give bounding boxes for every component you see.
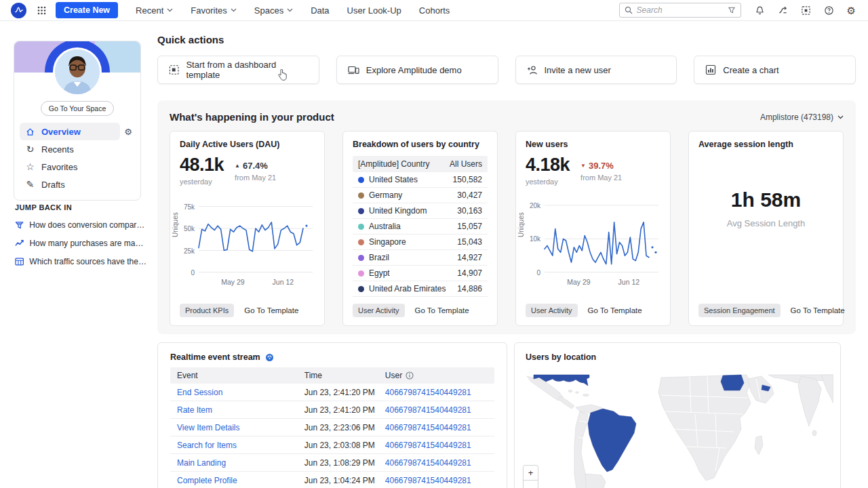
country-row[interactable]: United Kingdom 30,163 bbox=[353, 203, 488, 219]
quick-action-dashboard-template[interactable]: Start from a dashboard template bbox=[157, 56, 319, 84]
event-user-link[interactable]: 4066798741540449281 bbox=[385, 388, 488, 397]
search-icon bbox=[625, 6, 633, 14]
jump-back-item-label: How does conversion compare b... bbox=[29, 220, 148, 230]
sidebar-item-recents[interactable]: ↻ Recents bbox=[20, 140, 135, 158]
sidebar-item-label: Overview bbox=[41, 127, 81, 137]
event-stream-table: Event Time User End Session Jun 23, 2:41… bbox=[170, 367, 494, 488]
event-user-link[interactable]: 4066798741540449281 bbox=[385, 476, 488, 485]
event-user-link[interactable]: 4066798741540449281 bbox=[385, 423, 488, 432]
jump-back-item-conversion[interactable]: How does conversion compare b... bbox=[15, 220, 148, 230]
amplitude-logo[interactable] bbox=[11, 3, 26, 18]
event-time: Jun 23, 2:03:08 PM bbox=[304, 441, 385, 450]
chevron-down-icon bbox=[231, 8, 237, 12]
notifications-bell-icon[interactable] bbox=[755, 5, 765, 16]
quick-actions-row: Start from a dashboard template Explore … bbox=[157, 56, 856, 84]
event-link[interactable]: Main Landing bbox=[177, 458, 304, 468]
country-row[interactable]: Singapore 15,043 bbox=[353, 235, 488, 250]
templates-dashed-square-icon[interactable] bbox=[801, 5, 811, 16]
sidebar-item-drafts[interactable]: ✎ Drafts bbox=[20, 176, 135, 193]
bar-chart-icon bbox=[705, 64, 716, 75]
country-row[interactable]: Germany 30,427 bbox=[353, 188, 488, 203]
quick-action-invite-user[interactable]: Invite a new user bbox=[515, 56, 677, 84]
new-users-line-chart bbox=[545, 202, 658, 272]
map-zoom-control: + bbox=[523, 465, 538, 488]
project-selector-label: Amplistore (473198) bbox=[760, 113, 833, 122]
jump-back-in-title: JUMP BACK IN bbox=[15, 203, 148, 211]
event-user-link[interactable]: 4066798741540449281 bbox=[385, 458, 488, 468]
dau-change: ▲ 67.4% bbox=[235, 161, 276, 171]
quick-action-explore-demo[interactable]: Explore Amplitude demo bbox=[336, 56, 498, 84]
country-color-dot bbox=[358, 208, 364, 214]
session-caption: Avg Session Length bbox=[689, 218, 843, 228]
event-link[interactable]: View Item Details bbox=[177, 423, 304, 432]
event-stream-card: Realtime event stream Event Time User En… bbox=[157, 342, 507, 488]
create-new-button[interactable]: Create New bbox=[56, 2, 118, 18]
event-link[interactable]: Search for Items bbox=[177, 441, 304, 450]
dau-period: yesterday bbox=[180, 178, 224, 186]
project-selector[interactable]: Amplistore (473198) bbox=[760, 113, 844, 122]
quick-action-label: Create a chart bbox=[723, 65, 778, 75]
chevron-down-icon bbox=[837, 115, 844, 119]
avatar[interactable] bbox=[53, 47, 102, 96]
country-color-dot bbox=[358, 239, 364, 245]
country-color-dot bbox=[358, 255, 364, 261]
up-arrow-icon: ▲ bbox=[235, 163, 240, 169]
country-row[interactable]: Egypt 14,907 bbox=[353, 266, 488, 281]
help-icon[interactable] bbox=[824, 5, 834, 16]
country-go-to-template-link[interactable]: Go To Template bbox=[415, 306, 469, 314]
country-row[interactable]: United Arab Emirates 14,886 bbox=[353, 281, 488, 297]
map-zoom-out-button[interactable] bbox=[524, 481, 538, 488]
info-icon[interactable] bbox=[406, 371, 414, 380]
nav-item-recent[interactable]: Recent bbox=[136, 5, 173, 16]
nav-item-spaces-label: Spaces bbox=[254, 5, 283, 16]
country-row[interactable]: Australia 15,057 bbox=[353, 219, 488, 235]
settings-gear-icon[interactable]: ⚙ bbox=[847, 5, 856, 16]
dau-badge[interactable]: Product KPIs bbox=[180, 304, 234, 317]
nav-item-spaces[interactable]: Spaces bbox=[254, 5, 293, 16]
session-badge[interactable]: Session Engagement bbox=[698, 304, 781, 317]
quick-action-create-chart[interactable]: Create a chart bbox=[694, 56, 856, 84]
nav-item-user-lookup[interactable]: User Look-Up bbox=[347, 5, 401, 16]
nav-item-cohorts[interactable]: Cohorts bbox=[419, 5, 450, 16]
map-egypt-highlight bbox=[721, 375, 744, 390]
sidebar-item-favorites[interactable]: ☆ Favorites bbox=[20, 158, 135, 176]
new-users-chart: Uniques 20k 10k 0 May 29 Jun 12 bbox=[516, 198, 665, 287]
search-input[interactable] bbox=[637, 5, 724, 15]
event-user-link[interactable]: 4066798741540449281 bbox=[385, 441, 488, 450]
search-box[interactable] bbox=[619, 3, 741, 18]
nav-item-favorites[interactable]: Favorites bbox=[191, 5, 236, 16]
event-link[interactable]: Rate Item bbox=[177, 405, 304, 415]
country-row[interactable]: Brazil 14,927 bbox=[353, 250, 488, 266]
filter-funnel-icon[interactable] bbox=[728, 6, 736, 14]
event-link[interactable]: Complete Profile bbox=[177, 476, 304, 485]
jump-back-item-traffic[interactable]: Which traffic sources have the hi... bbox=[15, 257, 148, 266]
dashboard-template-icon bbox=[169, 64, 179, 75]
country-row[interactable]: United States 150,582 bbox=[353, 172, 488, 188]
event-user-link[interactable]: 4066798741540449281 bbox=[385, 405, 488, 415]
new-users-go-to-template-link[interactable]: Go To Template bbox=[588, 306, 642, 314]
journeys-path-icon[interactable] bbox=[778, 5, 788, 16]
map-asia-east bbox=[821, 375, 833, 403]
country-card-title: Breakdown of users by country bbox=[353, 140, 488, 149]
sidebar-item-overview[interactable]: Overview bbox=[20, 123, 120, 140]
jump-back-item-label: How many purchases are made ... bbox=[29, 239, 148, 248]
map-zoom-in-button[interactable]: + bbox=[524, 466, 538, 481]
quick-action-label: Invite a new user bbox=[545, 65, 611, 75]
whats-happening-title: What's happening in your product bbox=[170, 111, 334, 123]
sidebar-settings-gear-icon[interactable]: ⚙ bbox=[120, 127, 135, 136]
event-link[interactable]: End Session bbox=[177, 388, 304, 397]
world-map[interactable] bbox=[523, 372, 833, 488]
chevron-down-icon bbox=[287, 8, 293, 12]
event-row: Complete Profile Jun 23, 1:04:24 PM 4066… bbox=[170, 472, 494, 488]
apps-grid-icon[interactable] bbox=[37, 6, 46, 15]
session-go-to-template-link[interactable]: Go To Template bbox=[791, 306, 845, 314]
jump-back-item-purchases[interactable]: How many purchases are made ... bbox=[15, 239, 148, 248]
dau-card: Daily Active Users (DAU) 48.1k yesterday… bbox=[170, 131, 325, 326]
map-argentina bbox=[585, 474, 606, 488]
new-users-card: New users 4.18k yesterday ▼ 39.7% from M… bbox=[515, 131, 671, 326]
country-badge[interactable]: User Activity bbox=[353, 304, 405, 317]
go-to-your-space-button[interactable]: Go To Your Space bbox=[41, 101, 114, 116]
nav-item-data[interactable]: Data bbox=[311, 5, 329, 16]
dau-go-to-template-link[interactable]: Go To Template bbox=[244, 306, 298, 314]
new-users-badge[interactable]: User Activity bbox=[526, 304, 578, 317]
